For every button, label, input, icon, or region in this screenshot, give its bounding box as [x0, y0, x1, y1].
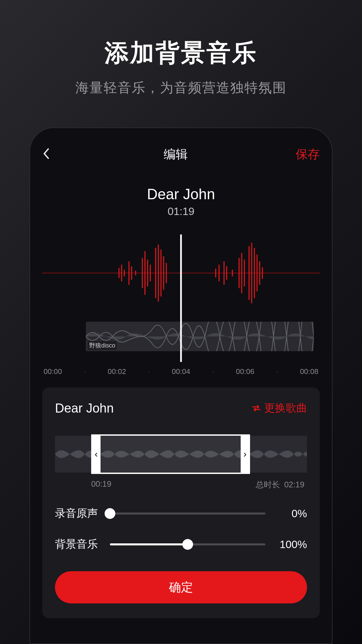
chevron-left-icon — [42, 148, 50, 160]
track-time: 01:19 — [42, 205, 320, 218]
trim-total: 总时长 02:19 — [256, 479, 307, 490]
back-button[interactable] — [42, 148, 56, 161]
bgm-panel: Dear John 更换歌曲 ‹ › 00:19 — [42, 387, 320, 618]
timeline-mark: 00:06 — [236, 367, 254, 376]
promo-subtitle: 海量轻音乐，为音频营造独特氛围 — [0, 78, 362, 97]
timeline-mark: 00:08 — [300, 367, 318, 376]
swap-song-label: 更换歌曲 — [264, 401, 307, 416]
timeline-mark: 00:00 — [44, 367, 62, 376]
original-volume-label: 录音原声 — [55, 506, 102, 521]
confirm-button[interactable]: 确定 — [55, 571, 307, 603]
trim-handle-right[interactable]: › — [241, 436, 249, 473]
trim-handle-left[interactable]: ‹ — [92, 436, 101, 473]
nav-title: 编辑 — [164, 146, 188, 163]
trim-start-time: 00:19 — [91, 479, 111, 490]
bgm-volume-label: 背景音乐 — [55, 537, 102, 552]
promo-title: 添加背景音乐 — [0, 37, 362, 69]
bgm-volume-value: 100% — [274, 538, 307, 551]
swap-icon — [251, 405, 261, 412]
slider-thumb[interactable] — [105, 508, 115, 519]
playhead[interactable] — [180, 234, 182, 362]
trim-window[interactable]: ‹ › — [91, 434, 250, 474]
swap-song-button[interactable]: 更换歌曲 — [251, 401, 307, 416]
original-volume-value: 0% — [274, 507, 307, 520]
bgm-title: Dear John — [55, 401, 114, 416]
trim-area[interactable]: ‹ › — [55, 436, 307, 473]
timeline-mark: 00:02 — [108, 367, 126, 376]
waveform-area[interactable]: 野狼disco — [42, 221, 320, 362]
bgm-clip[interactable]: 野狼disco — [86, 322, 314, 351]
bgm-clip-label: 野狼disco — [88, 341, 117, 350]
bgm-volume-slider[interactable] — [110, 543, 265, 545]
bgm-volume-row: 背景音乐 100% — [55, 537, 307, 552]
phone-frame: 编辑 保存 Dear John 01:19 — [29, 127, 333, 644]
nav-bar: 编辑 保存 — [42, 144, 320, 164]
slider-thumb[interactable] — [182, 539, 193, 550]
track-title: Dear John — [42, 186, 320, 203]
original-volume-row: 录音原声 0% — [55, 506, 307, 521]
save-button[interactable]: 保存 — [296, 146, 320, 163]
timeline: 00:00 · 00:02 · 00:04 · 00:06 · 00:08 — [42, 367, 320, 376]
timeline-mark: 00:04 — [172, 367, 190, 376]
original-volume-slider[interactable] — [110, 513, 265, 515]
